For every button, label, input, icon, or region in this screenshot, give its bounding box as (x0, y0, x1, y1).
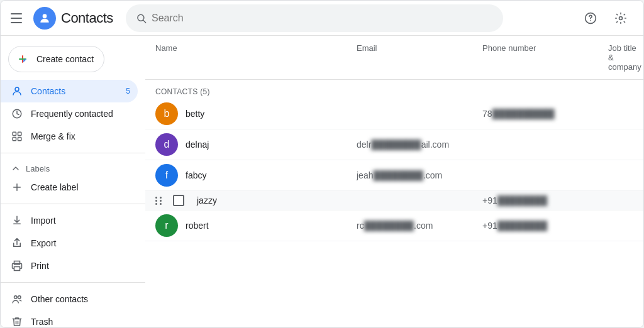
menu-icon[interactable] (11, 11, 26, 26)
contact-name-cell: r robert (155, 214, 357, 237)
contact-name: betty (186, 109, 204, 119)
svg-rect-9 (18, 132, 21, 135)
search-bar[interactable] (126, 4, 503, 32)
help-button[interactable] (578, 6, 603, 31)
create-label-label: Create label (31, 182, 79, 192)
sidebar-item-print[interactable]: Print (1, 254, 138, 277)
sidebar-item-merge-fix[interactable]: Merge & fix (1, 125, 138, 148)
help-icon (584, 12, 597, 25)
contact-name-cell: f fabcy (155, 164, 357, 187)
svg-line-2 (143, 20, 146, 23)
sidebar-divider-1 (1, 153, 145, 153)
col-job: Job title & company (608, 43, 641, 72)
contact-name: delnaj (186, 139, 209, 150)
contact-name-cell: b betty (155, 102, 357, 125)
contact-checkbox[interactable] (173, 195, 184, 206)
gear-icon (614, 12, 627, 25)
create-contact-button[interactable]: Create contact (8, 46, 104, 72)
contacts-icon (11, 85, 23, 97)
svg-point-6 (15, 87, 19, 91)
avatar: b (155, 102, 178, 125)
table-row[interactable]: f fabcy jeah████████.com (145, 160, 643, 191)
contacts-label: Contacts (31, 86, 65, 96)
sidebar-divider-3 (1, 282, 145, 283)
import-icon (11, 214, 23, 227)
sidebar-item-create-label[interactable]: Create label (1, 176, 138, 199)
create-label-icon (11, 181, 23, 194)
contacts-table: Name Email Phone number Job title & comp… (145, 36, 643, 241)
avatar: d (155, 133, 178, 156)
table-row[interactable]: r robert rc████████.com +91████████ (145, 210, 643, 241)
svg-rect-8 (13, 132, 16, 135)
search-input[interactable] (152, 13, 493, 24)
svg-point-5 (619, 16, 623, 19)
table-row[interactable]: b betty 78██████████ (145, 99, 643, 129)
drag-handle (155, 197, 163, 205)
app-logo: Contacts (33, 7, 113, 30)
contact-email: delr████████ail.com (357, 139, 482, 150)
contact-name: robert (186, 221, 209, 231)
trash-label: Trash (31, 317, 53, 327)
main-layout: Create contact Contacts 5 (1, 36, 643, 327)
sidebar-item-other-contacts[interactable]: Other contacts (1, 288, 138, 310)
frequently-contacted-icon (11, 107, 23, 120)
table-row[interactable]: jazzy +91████████ (145, 191, 643, 210)
contact-name-cell: d delnaj (155, 133, 357, 156)
export-icon (11, 237, 23, 249)
col-email: Email (357, 43, 482, 72)
sidebar: Create contact Contacts 5 (1, 36, 145, 327)
content-area: Name Email Phone number Job title & comp… (145, 36, 643, 327)
contact-phone: 78██████████ (482, 109, 608, 119)
top-bar: Contacts (1, 1, 643, 36)
search-icon (136, 13, 147, 24)
other-contacts-icon (11, 293, 23, 305)
plus-icon (19, 53, 31, 65)
merge-fix-label: Merge & fix (31, 131, 75, 141)
svg-rect-11 (18, 138, 21, 141)
contact-phone: +91████████ (482, 221, 608, 231)
trash-icon (11, 315, 23, 327)
svg-point-4 (590, 19, 591, 21)
other-contacts-label: Other contacts (31, 294, 88, 304)
svg-point-0 (43, 14, 47, 18)
col-name: Name (155, 43, 357, 72)
svg-point-17 (18, 296, 21, 299)
avatar: f (155, 164, 178, 187)
labels-label: Labels (26, 164, 50, 173)
contact-phone: +91████████ (482, 195, 608, 205)
logo-circle (33, 7, 56, 30)
settings-button[interactable] (608, 6, 633, 31)
app-title: Contacts (61, 10, 113, 26)
contact-name: jazzy (197, 195, 217, 205)
sidebar-divider-2 (1, 204, 145, 204)
col-phone: Phone number (482, 43, 608, 72)
table-row[interactable]: d delnaj delr████████ail.com (145, 129, 643, 160)
sidebar-item-export[interactable]: Export (1, 232, 138, 254)
avatar: r (155, 214, 178, 237)
import-label: Import (31, 216, 56, 226)
svg-rect-15 (14, 267, 20, 271)
drag-dots-icon (155, 197, 163, 205)
sidebar-item-trash[interactable]: Trash (1, 310, 138, 327)
contact-email: rc████████.com (357, 221, 482, 231)
export-label: Export (31, 238, 56, 248)
sidebar-item-import[interactable]: Import (1, 209, 138, 232)
svg-rect-10 (13, 138, 16, 141)
sidebar-item-contacts[interactable]: Contacts 5 (1, 80, 138, 102)
merge-fix-icon (11, 130, 23, 143)
table-header: Name Email Phone number Job title & comp… (145, 36, 643, 80)
sidebar-item-frequently-contacted[interactable]: Frequently contacted (1, 102, 138, 125)
contact-name: fabcy (186, 170, 206, 180)
print-icon (11, 260, 23, 272)
chevron-up-icon (11, 163, 21, 173)
print-label: Print (31, 261, 49, 271)
labels-section[interactable]: Labels (1, 158, 145, 176)
app-window: Contacts (0, 0, 644, 328)
contact-name-cell: jazzy (155, 195, 357, 206)
create-contact-label: Create contact (36, 54, 94, 64)
contact-email: jeah████████.com (357, 170, 482, 180)
top-bar-actions (578, 6, 633, 31)
contacts-group-label: CONTACTS (5) (145, 80, 643, 99)
svg-point-16 (14, 296, 18, 299)
logo-svg (38, 12, 51, 25)
